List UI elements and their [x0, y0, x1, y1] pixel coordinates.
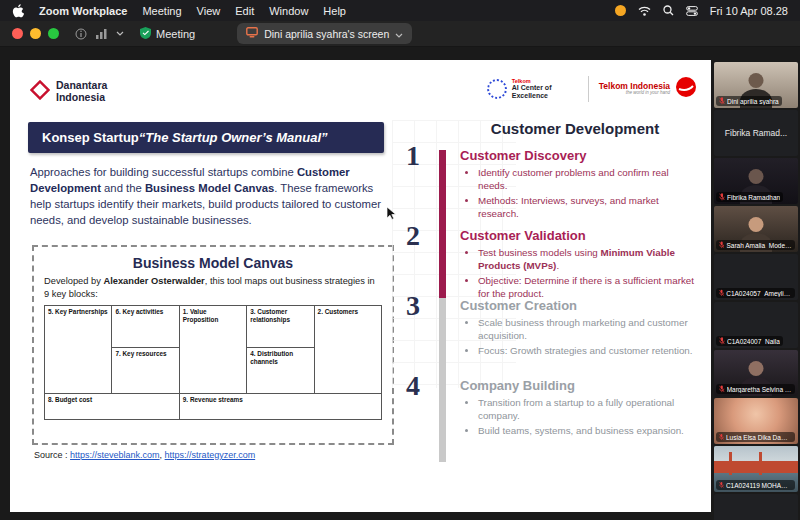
slide-title-quoted: “The Startup Owner’s Manual”	[139, 130, 328, 145]
muted-mic-icon	[719, 385, 725, 393]
muted-mic-icon	[719, 289, 724, 297]
business-model-canvas-panel: Business Model Canvas Developed by Alexa…	[32, 245, 394, 445]
recording-indicator-icon[interactable]	[615, 5, 626, 16]
screen-share-tab-label: Dini aprilia syahra's screen	[264, 28, 389, 40]
telkom-logo-mark	[675, 76, 697, 102]
participant-name: Fibrika Ramad...	[714, 110, 798, 156]
participant-tile[interactable]: Zafirah Ikramiya	[714, 494, 798, 520]
meeting-info-icon[interactable]	[75, 28, 87, 40]
step-bullet: Methods: Interviews, surveys, and market…	[478, 195, 696, 220]
menu-item-window[interactable]: Window	[269, 5, 308, 17]
participant-name-tag: Lusia Elsa Dika Damayanty	[716, 432, 795, 442]
participant-name: C1A024007_Naila	[727, 338, 780, 345]
timeline-active-segment	[439, 150, 446, 298]
participant-video	[714, 494, 798, 520]
bmc-cell-distribution-channels: 4. Distribution channels	[247, 348, 314, 394]
bmc-cell-key-activities: 6. Key activities	[112, 306, 179, 348]
danantara-logo: Danantara Indonesia	[30, 80, 107, 104]
connection-signal-icon	[96, 29, 107, 39]
participant-tile[interactable]: Sarah Amalia_Moderator	[714, 206, 798, 252]
fullscreen-window-button[interactable]	[48, 28, 59, 39]
chevron-down-icon[interactable]	[116, 31, 124, 36]
source-link-steveblank: https://steveblank.com	[70, 450, 160, 460]
source-link-strategyzer: https://strategyzer.com	[165, 450, 256, 460]
step-bullet: Focus: Growth strategies and customer re…	[478, 345, 696, 358]
participant-name-tag: C1A024057_Ameylia Fa...	[716, 288, 795, 298]
chevron-down-icon[interactable]	[395, 28, 403, 40]
step-bullet: Transition from a startup to a fully ope…	[478, 397, 696, 422]
participant-name-tag: Fibrika Ramadhan	[716, 192, 783, 202]
wifi-icon[interactable]	[638, 6, 651, 16]
participant-tile[interactable]: C1A024119 MOHAMMAD...	[714, 446, 798, 492]
step-number-4: 4	[395, 370, 431, 402]
customer-development-title: Customer Development	[450, 120, 700, 137]
meeting-stage: Danantara Indonesia Telkom AI Center of …	[0, 47, 800, 520]
participant-name-tag: C1A024119 MOHAMMAD...	[716, 480, 795, 490]
bmc-cell-customers: 2. Customers	[315, 306, 382, 394]
menu-item-view[interactable]: View	[197, 5, 221, 17]
step-bullet: Build teams, systems, and business expan…	[478, 425, 696, 438]
step-title: Customer Validation	[460, 228, 696, 243]
screen-share-icon	[246, 27, 258, 40]
participant-tile[interactable]: Dini aprilia syahra	[714, 62, 798, 108]
step-title: Company Building	[460, 378, 696, 393]
apple-menu-icon[interactable]	[12, 4, 24, 18]
partner-logos: Telkom AI Center of Excellence Telkom In…	[487, 76, 697, 102]
step-customer-discovery: Customer Discovery Identify customer pro…	[460, 148, 696, 223]
bmc-cell-customer-relationships: 3. Customer relationships	[247, 306, 314, 348]
menu-item-meeting[interactable]: Meeting	[142, 5, 181, 17]
encryption-shield-icon	[140, 27, 151, 41]
bmc-cell-value-proposition: 1. Value Proposition	[180, 306, 247, 394]
ai-coe-logo-mark	[487, 79, 507, 99]
muted-mic-icon	[719, 97, 725, 105]
participant-name-tag: C1A024007_Naila	[716, 336, 783, 346]
control-center-icon[interactable]	[686, 6, 698, 16]
menu-bar-clock[interactable]: Fri 10 Apr 08.28	[710, 5, 788, 17]
logo-divider	[588, 76, 589, 102]
participant-name: C1A024119 MOHAMMAD...	[726, 482, 792, 489]
participant-name: Lusia Elsa Dika Damayanty	[726, 434, 792, 441]
menu-item-edit[interactable]: Edit	[235, 5, 254, 17]
danantara-logo-text: Indonesia	[56, 92, 107, 104]
timeline-inactive-segment	[439, 298, 446, 462]
menu-item-help[interactable]: Help	[323, 5, 346, 17]
screen-share-tab[interactable]: Dini aprilia syahra's screen	[237, 23, 412, 44]
participant-tile[interactable]: C1A024057_Ameylia Fa...	[714, 254, 798, 300]
participant-name-tag: Dini aprilia syahra	[716, 96, 782, 106]
muted-mic-icon	[719, 481, 724, 489]
participant-name: Margaretha Selvina W...	[727, 386, 792, 393]
ai-center-of-excellence-logo: Telkom AI Center of Excellence	[487, 78, 578, 100]
muted-mic-icon	[719, 193, 725, 201]
search-icon[interactable]	[663, 5, 674, 16]
participant-tile[interactable]: C1A024007_Naila	[714, 302, 798, 348]
participant-name: Dini aprilia syahra	[727, 98, 779, 105]
shared-screen-slide: Danantara Indonesia Telkom AI Center of …	[10, 60, 711, 512]
step-number-1: 1	[395, 140, 431, 172]
participant-tile[interactable]: Fibrika Ramad...	[714, 110, 798, 156]
menu-item-zoom-workplace[interactable]: Zoom Workplace	[39, 5, 127, 17]
participant-name: C1A024057_Ameylia Fa...	[726, 290, 792, 297]
participant-tile[interactable]: Fibrika Ramadhan	[714, 158, 798, 204]
telkom-indonesia-logo: Telkom Indonesia the world in your hand	[599, 76, 697, 102]
participant-tile[interactable]: Margaretha Selvina W...	[714, 350, 798, 396]
step-number-2: 2	[395, 220, 431, 252]
bmc-cell-key-resources: 7. Key resources	[112, 348, 179, 394]
muted-mic-icon	[719, 337, 725, 345]
participant-tile[interactable]: Lusia Elsa Dika Damayanty	[714, 398, 798, 444]
source-line: Source : https://steveblank.com, https:/…	[34, 450, 255, 460]
slide-title: Konsep Startup	[42, 130, 139, 145]
minimize-window-button[interactable]	[30, 28, 41, 39]
bmc-description: Developed by Alexander Osterwalder, this…	[44, 275, 382, 300]
timeline-bar	[439, 150, 446, 462]
participant-name-tag: Margaretha Selvina W...	[716, 384, 795, 394]
bmc-grid: 5. Key Partnerships 6. Key activities 1.…	[44, 305, 382, 420]
step-title: Customer Discovery	[460, 148, 696, 163]
step-bullet: Scale business through marketing and cus…	[478, 317, 696, 342]
participant-name: Fibrika Ramadhan	[727, 194, 780, 201]
meeting-tab[interactable]: Meeting	[140, 27, 195, 41]
close-window-button[interactable]	[12, 28, 23, 39]
bmc-cell-key-partnerships: 5. Key Partnerships	[45, 306, 112, 394]
bmc-cell-revenue-streams: 9. Revenue streams	[180, 394, 382, 420]
meeting-tab-label: Meeting	[156, 28, 195, 40]
participant-name-tag: Sarah Amalia_Moderator	[716, 240, 795, 250]
